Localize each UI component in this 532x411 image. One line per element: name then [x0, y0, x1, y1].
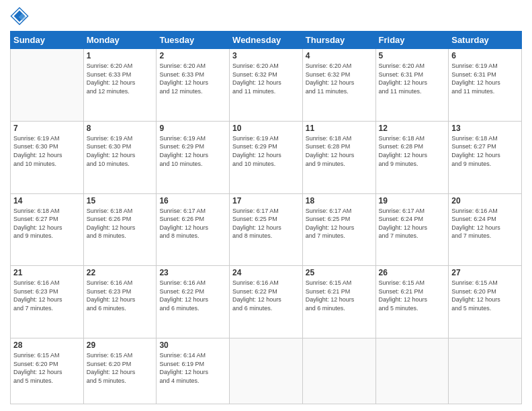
calendar-cell [449, 338, 522, 404]
day-info: Sunrise: 6:14 AMSunset: 6:19 PMDaylight:… [159, 351, 226, 385]
day-number: 29 [87, 340, 154, 350]
day-info: Sunrise: 6:16 AMSunset: 6:24 PMDaylight:… [451, 207, 519, 240]
weekday-header-saturday: Saturday [449, 32, 522, 49]
day-info: Sunrise: 6:17 AMSunset: 6:25 PMDaylight:… [232, 207, 300, 240]
logo-icon [10, 7, 29, 26]
calendar-cell: 14Sunrise: 6:18 AMSunset: 6:27 PMDayligh… [11, 193, 84, 266]
calendar-cell: 25Sunrise: 6:15 AMSunset: 6:21 PMDayligh… [302, 266, 375, 338]
day-number: 23 [159, 268, 226, 277]
calendar-cell: 11Sunrise: 6:18 AMSunset: 6:28 PMDayligh… [302, 121, 375, 193]
calendar-cell: 3Sunrise: 6:20 AMSunset: 6:32 PMDaylight… [230, 49, 303, 122]
calendar-cell: 28Sunrise: 6:15 AMSunset: 6:20 PMDayligh… [11, 338, 84, 404]
day-info: Sunrise: 6:20 AMSunset: 6:33 PMDaylight:… [159, 62, 226, 95]
day-number: 27 [451, 268, 519, 277]
day-number: 28 [13, 340, 81, 350]
day-info: Sunrise: 6:19 AMSunset: 6:29 PMDaylight:… [159, 134, 226, 168]
page: SundayMondayTuesdayWednesdayThursdayFrid… [0, 0, 532, 411]
calendar-cell: 5Sunrise: 6:20 AMSunset: 6:31 PMDaylight… [375, 49, 449, 122]
day-number: 7 [13, 124, 81, 133]
day-info: Sunrise: 6:16 AMSunset: 6:23 PMDaylight:… [87, 279, 154, 312]
day-info: Sunrise: 6:15 AMSunset: 6:20 PMDaylight:… [87, 351, 154, 385]
calendar-cell: 17Sunrise: 6:17 AMSunset: 6:25 PMDayligh… [230, 193, 303, 266]
day-number: 20 [451, 196, 519, 205]
day-info: Sunrise: 6:20 AMSunset: 6:31 PMDaylight:… [379, 62, 446, 95]
calendar-cell: 7Sunrise: 6:19 AMSunset: 6:30 PMDaylight… [11, 121, 84, 193]
calendar-cell: 23Sunrise: 6:16 AMSunset: 6:22 PMDayligh… [157, 266, 230, 338]
day-info: Sunrise: 6:18 AMSunset: 6:26 PMDaylight:… [87, 207, 154, 240]
day-number: 6 [451, 51, 519, 60]
calendar-week-4: 21Sunrise: 6:16 AMSunset: 6:23 PMDayligh… [11, 266, 522, 338]
weekday-header-tuesday: Tuesday [157, 32, 230, 49]
day-info: Sunrise: 6:18 AMSunset: 6:27 PMDaylight:… [451, 134, 519, 168]
day-number: 21 [13, 268, 81, 277]
day-info: Sunrise: 6:20 AMSunset: 6:33 PMDaylight:… [87, 62, 154, 95]
calendar-cell: 1Sunrise: 6:20 AMSunset: 6:33 PMDaylight… [83, 49, 157, 122]
day-number: 14 [13, 196, 81, 205]
day-info: Sunrise: 6:16 AMSunset: 6:22 PMDaylight:… [232, 279, 300, 312]
calendar-week-2: 7Sunrise: 6:19 AMSunset: 6:30 PMDaylight… [11, 121, 522, 193]
day-info: Sunrise: 6:19 AMSunset: 6:30 PMDaylight:… [13, 134, 81, 168]
calendar-cell: 30Sunrise: 6:14 AMSunset: 6:19 PMDayligh… [157, 338, 230, 404]
calendar-cell: 18Sunrise: 6:17 AMSunset: 6:25 PMDayligh… [302, 193, 375, 266]
calendar-cell [375, 338, 449, 404]
calendar-cell: 20Sunrise: 6:16 AMSunset: 6:24 PMDayligh… [449, 193, 522, 266]
day-info: Sunrise: 6:16 AMSunset: 6:23 PMDaylight:… [13, 279, 81, 312]
day-info: Sunrise: 6:15 AMSunset: 6:20 PMDaylight:… [13, 351, 81, 385]
weekday-header-sunday: Sunday [11, 32, 84, 49]
day-number: 2 [159, 51, 226, 60]
weekday-header-friday: Friday [375, 32, 449, 49]
day-info: Sunrise: 6:17 AMSunset: 6:24 PMDaylight:… [379, 207, 446, 240]
calendar-cell: 10Sunrise: 6:19 AMSunset: 6:29 PMDayligh… [230, 121, 303, 193]
day-number: 17 [232, 196, 300, 205]
calendar-cell: 16Sunrise: 6:17 AMSunset: 6:26 PMDayligh… [157, 193, 230, 266]
calendar-cell: 12Sunrise: 6:18 AMSunset: 6:28 PMDayligh… [375, 121, 449, 193]
calendar-cell: 21Sunrise: 6:16 AMSunset: 6:23 PMDayligh… [11, 266, 84, 338]
day-info: Sunrise: 6:15 AMSunset: 6:21 PMDaylight:… [306, 279, 373, 312]
day-number: 22 [87, 268, 154, 277]
day-number: 8 [87, 124, 154, 133]
logo [10, 7, 32, 26]
day-info: Sunrise: 6:18 AMSunset: 6:27 PMDaylight:… [13, 207, 81, 240]
calendar-cell: 4Sunrise: 6:20 AMSunset: 6:32 PMDaylight… [302, 49, 375, 122]
header [10, 7, 522, 26]
day-number: 12 [379, 124, 446, 133]
day-number: 5 [379, 51, 446, 60]
day-number: 1 [87, 51, 154, 60]
day-info: Sunrise: 6:20 AMSunset: 6:32 PMDaylight:… [232, 62, 300, 95]
calendar-cell [302, 338, 375, 404]
day-info: Sunrise: 6:15 AMSunset: 6:21 PMDaylight:… [379, 279, 446, 312]
day-info: Sunrise: 6:18 AMSunset: 6:28 PMDaylight:… [379, 134, 446, 168]
calendar-cell: 29Sunrise: 6:15 AMSunset: 6:20 PMDayligh… [83, 338, 157, 404]
weekday-header-row: SundayMondayTuesdayWednesdayThursdayFrid… [11, 32, 522, 49]
day-info: Sunrise: 6:19 AMSunset: 6:31 PMDaylight:… [451, 62, 519, 95]
day-info: Sunrise: 6:15 AMSunset: 6:20 PMDaylight:… [451, 279, 519, 312]
calendar-cell: 24Sunrise: 6:16 AMSunset: 6:22 PMDayligh… [230, 266, 303, 338]
calendar-week-3: 14Sunrise: 6:18 AMSunset: 6:27 PMDayligh… [11, 193, 522, 266]
calendar-cell: 19Sunrise: 6:17 AMSunset: 6:24 PMDayligh… [375, 193, 449, 266]
day-number: 9 [159, 124, 226, 133]
day-number: 3 [232, 51, 300, 60]
calendar-week-1: 1Sunrise: 6:20 AMSunset: 6:33 PMDaylight… [11, 49, 522, 122]
day-info: Sunrise: 6:19 AMSunset: 6:29 PMDaylight:… [232, 134, 300, 168]
calendar-cell: 9Sunrise: 6:19 AMSunset: 6:29 PMDaylight… [157, 121, 230, 193]
day-info: Sunrise: 6:18 AMSunset: 6:28 PMDaylight:… [306, 134, 373, 168]
calendar-cell [11, 49, 84, 122]
calendar-week-5: 28Sunrise: 6:15 AMSunset: 6:20 PMDayligh… [11, 338, 522, 404]
day-number: 26 [379, 268, 446, 277]
day-number: 24 [232, 268, 300, 277]
weekday-header-wednesday: Wednesday [230, 32, 303, 49]
calendar-table: SundayMondayTuesdayWednesdayThursdayFrid… [10, 31, 522, 404]
day-number: 19 [379, 196, 446, 205]
calendar-cell: 2Sunrise: 6:20 AMSunset: 6:33 PMDaylight… [157, 49, 230, 122]
day-number: 25 [306, 268, 373, 277]
calendar-cell: 6Sunrise: 6:19 AMSunset: 6:31 PMDaylight… [449, 49, 522, 122]
weekday-header-monday: Monday [83, 32, 157, 49]
calendar-cell: 15Sunrise: 6:18 AMSunset: 6:26 PMDayligh… [83, 193, 157, 266]
day-info: Sunrise: 6:19 AMSunset: 6:30 PMDaylight:… [87, 134, 154, 168]
calendar-cell: 13Sunrise: 6:18 AMSunset: 6:27 PMDayligh… [449, 121, 522, 193]
day-info: Sunrise: 6:16 AMSunset: 6:22 PMDaylight:… [159, 279, 226, 312]
calendar-cell [230, 338, 303, 404]
day-number: 10 [232, 124, 300, 133]
calendar-cell: 8Sunrise: 6:19 AMSunset: 6:30 PMDaylight… [83, 121, 157, 193]
day-info: Sunrise: 6:20 AMSunset: 6:32 PMDaylight:… [306, 62, 373, 95]
